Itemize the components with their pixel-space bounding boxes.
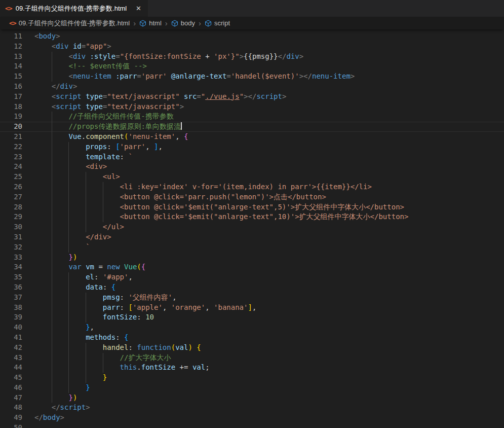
indent-guide (68, 282, 69, 293)
line-number: 30 (0, 222, 34, 232)
code-line[interactable]: 44 this.fontSize += val; (0, 363, 504, 373)
code-line[interactable]: 29 <button @click='$emit("anlarge-text",… (0, 212, 504, 222)
breadcrumb-file[interactable]: <> 09.子组件向父组件传值-携带参数.html (9, 19, 130, 28)
code-line[interactable]: 48 </script> (0, 403, 504, 413)
code-line-text: <!-- $event传值 --> (34, 61, 504, 72)
tab-active[interactable]: <> 09.子组件向父组件传值-携带参数.html ✕ (0, 0, 148, 17)
indent-guide (68, 323, 69, 333)
code-line[interactable]: 31 </div> (0, 232, 504, 242)
code-line-text: } (34, 373, 504, 383)
close-icon[interactable]: ✕ (134, 4, 143, 13)
indent-guide (68, 152, 69, 162)
code-line[interactable]: 36 data: { (0, 282, 504, 293)
code-line[interactable]: 33 }) (0, 253, 504, 263)
indent-guide (52, 212, 52, 222)
indent-guide (52, 52, 52, 62)
line-number: 31 (0, 232, 34, 242)
line-number: 22 (0, 142, 34, 152)
indent-guide (68, 383, 69, 393)
code-line-text: }) (34, 253, 504, 263)
line-number: 21 (0, 132, 34, 142)
code-line[interactable]: 22 props: ['parr', ], (0, 142, 504, 152)
code-line[interactable]: 18 <script type="text/javascript"> (0, 102, 504, 112)
code-line-text: }, (34, 323, 504, 333)
code-line[interactable]: 21 Vue.component('nenu-item', { (0, 132, 504, 142)
code-line[interactable]: 34 var vm = new Vue({ (0, 262, 504, 272)
breadcrumb-item-html[interactable]: html (139, 19, 162, 27)
code-line-text: </body> (34, 413, 504, 423)
code-line-text: </div> (34, 82, 504, 92)
code-line[interactable]: 46 } (0, 383, 504, 393)
code-line[interactable]: 50 (0, 423, 504, 428)
indent-guide (68, 373, 69, 383)
code-line-text: }) (34, 393, 504, 403)
code-line[interactable]: 28 <button @click='$emit("anlarge-text",… (0, 202, 504, 212)
indent-guide (68, 353, 69, 363)
code-line[interactable]: 30 </ul> (0, 222, 504, 232)
indent-guide (52, 61, 52, 72)
indent-guide (52, 333, 52, 343)
line-number: 44 (0, 363, 34, 373)
indent-guide (103, 182, 103, 192)
line-number: 39 (0, 312, 34, 323)
line-number: 13 (0, 52, 34, 62)
indent-guide (52, 282, 52, 293)
code-line[interactable]: 25 <ul> (0, 172, 504, 182)
code-line[interactable]: 23 template: ` (0, 152, 504, 162)
indent-guide (68, 202, 69, 212)
breadcrumb-item-body[interactable]: body (171, 19, 195, 27)
code-line[interactable]: 40 }, (0, 323, 504, 333)
code-line[interactable]: 42 handel: function(val) { (0, 343, 504, 353)
line-number: 19 (0, 112, 34, 122)
code-line-text: <body> (34, 31, 504, 42)
code-line[interactable]: 45 } (0, 373, 504, 383)
indent-guide (52, 262, 52, 272)
line-number: 26 (0, 182, 34, 192)
code-line[interactable]: 24 <div> (0, 162, 504, 172)
code-line[interactable]: 47 }) (0, 393, 504, 403)
code-line[interactable]: 17 <script type="text/javascript" src=".… (0, 92, 504, 102)
code-line[interactable]: 41 methods: { (0, 333, 504, 343)
code-line[interactable]: 20 //props传递数据原则:单向数据流 (0, 122, 504, 132)
indent-guide (52, 232, 52, 242)
code-line-text: <button @click='$emit("anlarge-text",5)'… (34, 202, 504, 212)
indent-guide (68, 232, 69, 242)
breadcrumb-file-label: 09.子组件向父组件传值-携带参数.html (19, 19, 130, 28)
code-line[interactable]: 35 el: '#app', (0, 272, 504, 282)
code-line-text: ` (34, 242, 504, 253)
code-line[interactable]: 13 <div :style="{fontSize:fontSize + 'px… (0, 52, 504, 62)
indent-guide (52, 293, 52, 303)
code-line[interactable]: 16 </div> (0, 82, 504, 92)
indent-guide (86, 312, 86, 323)
code-line[interactable]: 19 //子组件向父组件传值-携带参数 (0, 112, 504, 122)
code-line[interactable]: 12 <div id="app"> (0, 42, 504, 52)
indent-guide (68, 212, 69, 222)
code-line[interactable]: 37 pmsg: '父组件内容', (0, 293, 504, 303)
indent-guide (52, 112, 52, 122)
code-line[interactable]: 32 ` (0, 242, 504, 253)
code-line[interactable]: 26 <li :key='index' v-for='(item,index) … (0, 182, 504, 192)
code-line[interactable]: 15 <nenu-item :parr='parr' @anlarge-text… (0, 72, 504, 82)
code-line[interactable]: 11<body> (0, 31, 504, 42)
code-line[interactable]: 27 <button @click='parr.push("lemon")'>点… (0, 192, 504, 202)
indent-guide (68, 222, 69, 232)
code-editor[interactable]: 11<body>12 <div id="app">13 <div :style=… (0, 29, 504, 428)
indent-guide (52, 202, 52, 212)
line-number: 48 (0, 403, 34, 413)
indent-guide (52, 222, 52, 232)
line-number: 36 (0, 282, 34, 293)
code-line[interactable]: 14 <!-- $event传值 --> (0, 61, 504, 72)
code-line[interactable]: 38 parr: ['apple', 'orange', 'banana'], (0, 303, 504, 313)
line-number: 23 (0, 152, 34, 162)
code-line[interactable]: 49</body> (0, 413, 504, 423)
line-number: 37 (0, 293, 34, 303)
indent-guide (103, 192, 103, 202)
line-number: 43 (0, 353, 34, 363)
indent-guide (52, 253, 52, 263)
code-line[interactable]: 39 fontSize: 10 (0, 312, 504, 323)
indent-guide (68, 172, 69, 182)
chevron-right-icon: › (133, 19, 136, 27)
breadcrumb-item-script[interactable]: script (205, 19, 230, 27)
code-line[interactable]: 43 //扩大字体大小 (0, 353, 504, 363)
indent-guide (86, 303, 86, 313)
